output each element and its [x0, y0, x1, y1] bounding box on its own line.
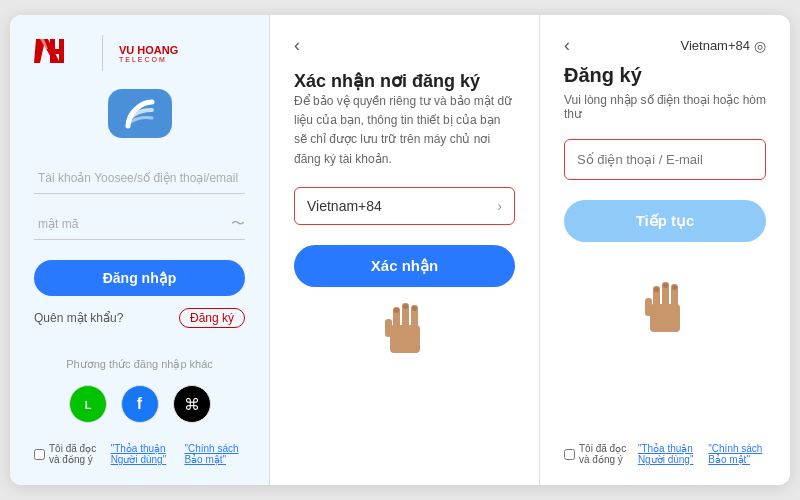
vu-hoang-logo [34, 35, 86, 71]
svg-rect-21 [663, 283, 668, 288]
terms-privacy-link[interactable]: "Chính sách Bảo mật" [184, 443, 245, 465]
login-panel: VU HOANG TELECOM 〜 Đăng nhập Quên mật kh… [10, 15, 270, 485]
forgot-row: Quên mật khẩu? Đăng ký [34, 308, 245, 328]
continue-button[interactable]: Tiếp tục [564, 200, 766, 242]
apple-icon: ⌘ [184, 395, 200, 414]
register-title: Đăng ký [564, 64, 766, 87]
confirm-back-button[interactable]: ‹ [294, 35, 300, 56]
svg-rect-14 [412, 306, 417, 311]
svg-rect-22 [672, 285, 677, 290]
chevron-right-icon: › [497, 198, 502, 214]
svg-rect-7 [390, 325, 420, 353]
line-icon: L [79, 395, 97, 413]
register-terms-user-link[interactable]: "Thỏa thuận Người dùng" [638, 443, 704, 465]
logo-area: VU HOANG TELECOM [34, 35, 178, 71]
line-login-button[interactable]: L [69, 385, 107, 423]
confirm-title: Xác nhận nơi đăng ký [294, 70, 515, 92]
toggle-password-icon[interactable]: 〜 [231, 215, 245, 233]
svg-rect-19 [645, 298, 652, 316]
location-icon: ◎ [754, 38, 766, 54]
confirm-button[interactable]: Xác nhận [294, 245, 515, 287]
facebook-icon: f [137, 395, 142, 413]
app-container: VU HOANG TELECOM 〜 Đăng nhập Quên mật kh… [10, 15, 790, 485]
vietnam-badge: Vietnam+84 ◎ [680, 38, 766, 54]
username-input[interactable] [34, 162, 245, 194]
register-panel: ‹ Vietnam+84 ◎ Đăng ký Vui lòng nhập số … [540, 15, 790, 485]
register-terms-row: Tôi đã đọc và đồng ý "Thỏa thuận Người d… [564, 443, 766, 465]
password-input[interactable] [34, 208, 231, 239]
svg-rect-3 [59, 39, 64, 63]
selected-region-label: Vietnam+84 [307, 198, 382, 214]
region-selector[interactable]: Vietnam+84 › [294, 187, 515, 225]
brand-name: VU HOANG TELECOM [119, 44, 178, 63]
forgot-password-label: Quên mật khẩu? [34, 311, 123, 325]
register-terms-privacy-link[interactable]: "Chính sách Bảo mật" [708, 443, 766, 465]
svg-text:L: L [84, 399, 91, 411]
terms-prefix: Tôi đã đọc và đồng ý [49, 443, 107, 465]
facebook-login-button[interactable]: f [121, 385, 159, 423]
terms-checkbox[interactable] [34, 449, 45, 460]
hand-pointer-icon [294, 295, 515, 374]
phone-email-input[interactable] [564, 139, 766, 180]
app-icon-box [108, 89, 172, 138]
login-button[interactable]: Đăng nhập [34, 260, 245, 296]
terms-row: Tôi đã đọc và đồng ý "Thỏa thuận Người d… [34, 443, 245, 465]
register-hand-pointer-illustration [635, 274, 695, 344]
svg-rect-15 [650, 304, 680, 332]
brand-name-text: VU HOANG [119, 44, 178, 56]
svg-rect-11 [385, 319, 392, 337]
register-terms-prefix: Tôi đã đọc và đồng ý [579, 443, 634, 465]
country-label: Vietnam+84 [680, 38, 750, 53]
confirm-description: Để bảo vệ quyền riêng tư và bảo mật dữ l… [294, 92, 515, 169]
register-link[interactable]: Đăng ký [179, 308, 245, 328]
confirm-panel: ‹ Xác nhận nơi đăng ký Để bảo vệ quyền r… [270, 15, 540, 485]
confirm-header: ‹ [294, 35, 515, 56]
password-wrap: 〜 [34, 208, 245, 240]
register-header: ‹ Vietnam+84 ◎ [564, 35, 766, 56]
svg-rect-13 [403, 304, 408, 309]
svg-rect-20 [654, 287, 659, 292]
register-terms-checkbox[interactable] [564, 449, 575, 460]
app-logo-icon [120, 94, 160, 134]
register-description: Vui lòng nhập số điện thoại hoặc hòm thư [564, 93, 766, 121]
register-back-button[interactable]: ‹ [564, 35, 570, 56]
terms-user-link[interactable]: "Thỏa thuận Người dùng" [111, 443, 181, 465]
other-login-label: Phương thức đăng nhập khác [66, 358, 213, 371]
logo-divider [102, 35, 103, 71]
brand-logo-icon [34, 35, 86, 71]
svg-rect-12 [394, 308, 399, 313]
brand-sub-text: TELECOM [119, 56, 178, 63]
social-login-row: L f ⌘ [69, 385, 211, 423]
apple-login-button[interactable]: ⌘ [173, 385, 211, 423]
pointer-hand-illustration [375, 295, 435, 365]
